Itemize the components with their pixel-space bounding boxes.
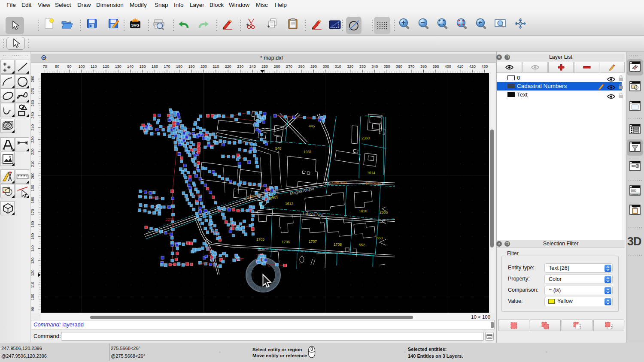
- svg-text:260: 260: [30, 100, 35, 106]
- svg-text:150: 150: [30, 233, 35, 240]
- svg-text:240: 240: [249, 64, 256, 69]
- svg-text:200: 200: [200, 64, 207, 69]
- svg-text:290: 290: [310, 64, 317, 69]
- svg-text:370: 370: [408, 64, 414, 69]
- svg-text:360: 360: [396, 64, 402, 69]
- svg-text:548: 548: [275, 146, 281, 151]
- svg-text:80: 80: [55, 64, 59, 69]
- svg-text:command: command: [632, 193, 638, 195]
- svg-text:1705: 1705: [256, 237, 264, 241]
- svg-text:210: 210: [30, 160, 35, 167]
- svg-text:230: 230: [237, 64, 243, 69]
- svg-text:1614: 1614: [367, 171, 375, 175]
- svg-text:320: 320: [347, 64, 353, 69]
- svg-text:90: 90: [30, 307, 35, 311]
- svg-text:550: 550: [377, 236, 383, 240]
- svg-text:52563693: 52563693: [331, 181, 347, 185]
- svg-text:100: 100: [78, 64, 85, 69]
- svg-text:110: 110: [91, 64, 97, 69]
- svg-text:1707: 1707: [309, 239, 317, 244]
- svg-text:110: 110: [30, 282, 35, 288]
- svg-text:140: 140: [30, 245, 35, 252]
- svg-text:210: 210: [213, 64, 219, 69]
- svg-text:1931: 1931: [304, 150, 312, 154]
- svg-text:220: 220: [225, 64, 231, 69]
- svg-text:160: 160: [30, 221, 35, 228]
- svg-text:180: 180: [176, 64, 182, 69]
- svg-text:190: 190: [30, 185, 35, 191]
- svg-text:160: 160: [152, 64, 158, 69]
- svg-text:180: 180: [30, 197, 35, 203]
- svg-text:130: 130: [115, 64, 122, 69]
- svg-text:380: 380: [420, 64, 427, 69]
- svg-text:120: 120: [30, 269, 35, 276]
- svg-text:260: 260: [274, 64, 280, 69]
- svg-text:2506: 2506: [380, 210, 388, 214]
- svg-text:240: 240: [30, 124, 35, 131]
- svg-text:1706: 1706: [282, 240, 290, 244]
- svg-text:1703: 1703: [200, 261, 208, 265]
- svg-text:250: 250: [261, 64, 268, 69]
- svg-text:170: 170: [30, 209, 35, 215]
- svg-text:350: 350: [384, 64, 390, 69]
- svg-text:552: 552: [359, 243, 365, 247]
- svg-text:430: 430: [481, 64, 488, 69]
- svg-text:300: 300: [322, 64, 329, 69]
- svg-text:70: 70: [43, 64, 47, 69]
- svg-text:410: 410: [457, 64, 463, 69]
- svg-text:536: 536: [236, 257, 242, 261]
- svg-text:2230: 2230: [166, 217, 174, 222]
- svg-text:230: 230: [30, 136, 35, 143]
- svg-text:2136: 2136: [150, 195, 158, 199]
- svg-text:90: 90: [67, 64, 71, 69]
- svg-text:220: 220: [30, 148, 35, 155]
- svg-text:270: 270: [30, 88, 35, 94]
- svg-text:280: 280: [298, 64, 304, 69]
- svg-text:2360: 2360: [361, 136, 370, 140]
- svg-text:140: 140: [127, 64, 134, 69]
- svg-text:270: 270: [286, 64, 292, 69]
- svg-text:250: 250: [30, 112, 35, 118]
- svg-text:330: 330: [359, 64, 366, 69]
- svg-text:1708: 1708: [334, 242, 342, 247]
- svg-text:100: 100: [30, 294, 35, 300]
- svg-text:280: 280: [30, 76, 35, 82]
- svg-text:1612: 1612: [285, 202, 293, 206]
- svg-text:120: 120: [103, 64, 109, 69]
- svg-text:310: 310: [335, 64, 341, 69]
- svg-text:390: 390: [432, 64, 439, 69]
- svg-text:340: 340: [371, 64, 378, 69]
- svg-text:150: 150: [140, 64, 146, 69]
- svg-text:200: 200: [30, 173, 35, 179]
- svg-text:1709: 1709: [193, 193, 201, 197]
- svg-text:1810: 1810: [359, 209, 367, 213]
- svg-text:130: 130: [30, 257, 35, 264]
- svg-text:52563694: 52563694: [365, 181, 381, 185]
- svg-text:420: 420: [469, 64, 476, 69]
- svg-text:1703: 1703: [210, 229, 218, 234]
- svg-text:170: 170: [164, 64, 170, 69]
- svg-text:400: 400: [445, 64, 451, 69]
- svg-text:445: 445: [309, 124, 315, 128]
- svg-text:190: 190: [188, 64, 194, 69]
